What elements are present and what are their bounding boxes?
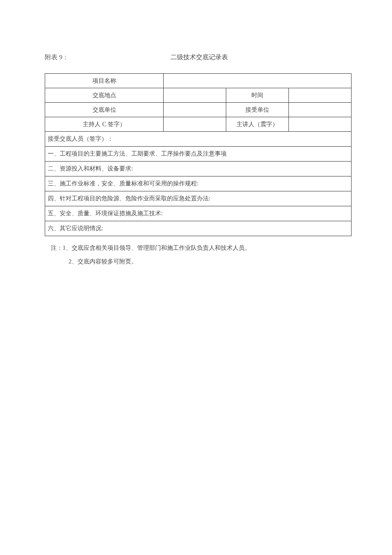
label-accept-unit: 接受单位 [226, 103, 289, 117]
section-4: 四、针对工程项目的危险源、危险作业而采取的应急处置办法: [45, 191, 352, 206]
value-speaker [289, 117, 352, 132]
page-title: 二级技术交底记录表 [170, 53, 228, 61]
label-time: 时间 [226, 88, 289, 103]
value-project-name [164, 74, 352, 88]
section-signers: 接受交底人员（签字）： [45, 132, 352, 147]
row-s2: 二、资源投入和材料、设备要求: [45, 162, 352, 176]
row-signers: 接受交底人员（签字）： [45, 132, 352, 147]
label-host: 主持人 C 签字） [45, 117, 164, 132]
form-table: 项目名称 交底地点 时间 交底单位 接受单位 主持人 C 签字） 主讲人（震字）… [45, 73, 352, 236]
value-unit [164, 103, 226, 117]
page-root: 附表 9： 二级技术交底记录表 项目名称 交底地点 时间 交底单位 接受单位 主… [0, 0, 392, 269]
row-s4: 四、针对工程项目的危险源、危险作业而采取的应急处置办法: [45, 191, 352, 206]
row-s1: 一、工程项目的主要施工方法、工期要求、工序操作要点及注意事项 [45, 147, 352, 162]
header-row: 附表 9： 二级技术交底记录表 [45, 53, 352, 61]
appendix-label: 附表 9： [45, 53, 170, 61]
section-1: 一、工程项目的主要施工方法、工期要求、工序操作要点及注意事项 [45, 147, 352, 162]
section-3: 三、施工作业标准，安全、质量标准和可采用的操作规程: [45, 176, 352, 191]
value-accept-unit [289, 103, 352, 117]
row-unit: 交底单位 接受单位 [45, 103, 352, 117]
row-s3: 三、施工作业标准，安全、质量标准和可采用的操作规程: [45, 176, 352, 191]
value-time [289, 88, 352, 103]
section-2: 二、资源投入和材料、设备要求: [45, 162, 352, 176]
value-host [164, 117, 226, 132]
label-speaker: 主讲人（震字） [226, 117, 289, 132]
label-location: 交底地点 [45, 88, 164, 103]
note-1: 注：1、交底应含相关项目领导、管理部门和施工作业队负责人和技术人员。 [45, 241, 352, 255]
value-location [164, 88, 226, 103]
row-s5: 五、安全、质量、环境保证措施及施工技术: [45, 206, 352, 221]
section-6: 六、其它应说明情况: [45, 221, 352, 236]
note-2: 2、交底内容较多可附页。 [45, 255, 352, 269]
row-s6: 六、其它应说明情况: [45, 221, 352, 236]
row-host: 主持人 C 签字） 主讲人（震字） [45, 117, 352, 132]
label-unit: 交底单位 [45, 103, 164, 117]
notes-block: 注：1、交底应含相关项目领导、管理部门和施工作业队负责人和技术人员。 2、交底内… [45, 241, 352, 269]
row-location: 交底地点 时间 [45, 88, 352, 103]
label-project-name: 项目名称 [45, 74, 164, 88]
row-project: 项目名称 [45, 74, 352, 88]
section-5: 五、安全、质量、环境保证措施及施工技术: [45, 206, 352, 221]
